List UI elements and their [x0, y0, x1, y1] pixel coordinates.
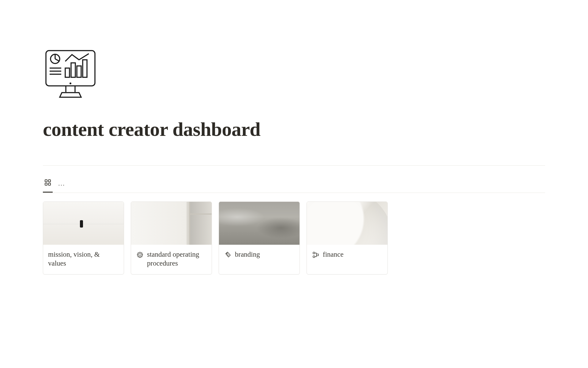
- section-divider: [43, 165, 545, 166]
- svg-point-19: [139, 254, 141, 256]
- svg-point-24: [313, 256, 315, 258]
- dashboard-monitor-icon: [43, 49, 98, 100]
- card-body: finance: [307, 245, 387, 265]
- svg-rect-11: [71, 63, 75, 77]
- gallery-view-tab[interactable]: [43, 176, 53, 193]
- svg-rect-16: [45, 183, 47, 185]
- card-body: standard operating procedures: [131, 245, 212, 274]
- card-title: standard operating procedures: [147, 250, 207, 268]
- svg-point-23: [313, 252, 315, 254]
- card-standard-operating-procedures[interactable]: standard operating procedures: [131, 201, 212, 274]
- svg-rect-13: [83, 60, 87, 77]
- card-cover-abstract-curve: [307, 202, 387, 245]
- page-root: content creator dashboard ... mission, v…: [0, 0, 588, 274]
- card-title: branding: [235, 250, 260, 259]
- card-branding[interactable]: branding: [219, 201, 300, 274]
- svg-rect-15: [48, 180, 51, 182]
- card-cover-white-window: [131, 202, 212, 245]
- card-finance[interactable]: finance: [307, 201, 388, 274]
- card-grid: mission, vision, & values standard opera…: [43, 201, 545, 274]
- card-cover-clouds: [219, 202, 300, 245]
- card-mission-vision-values[interactable]: mission, vision, & values: [43, 201, 124, 274]
- card-body: mission, vision, & values: [43, 245, 124, 274]
- card-title: mission, vision, & values: [48, 250, 119, 268]
- card-cover-person-walking: [43, 202, 124, 245]
- more-views-button[interactable]: ...: [57, 178, 66, 191]
- svg-rect-14: [45, 180, 47, 182]
- finance-flow-icon: [312, 251, 320, 259]
- page-title: content creator dashboard: [43, 118, 545, 141]
- svg-rect-10: [65, 68, 70, 77]
- svg-line-6: [55, 59, 59, 61]
- card-body: branding: [219, 245, 300, 265]
- svg-rect-17: [48, 183, 51, 185]
- svg-point-18: [138, 252, 142, 257]
- svg-rect-12: [77, 66, 81, 77]
- card-title: finance: [323, 250, 344, 259]
- gallery-view-icon: [44, 179, 51, 187]
- sop-gear-icon: [136, 251, 144, 259]
- svg-rect-25: [317, 254, 318, 256]
- brand-tag-icon: [224, 251, 232, 259]
- svg-point-3: [70, 82, 71, 84]
- svg-point-20: [227, 253, 228, 254]
- view-tabs: ...: [43, 176, 545, 193]
